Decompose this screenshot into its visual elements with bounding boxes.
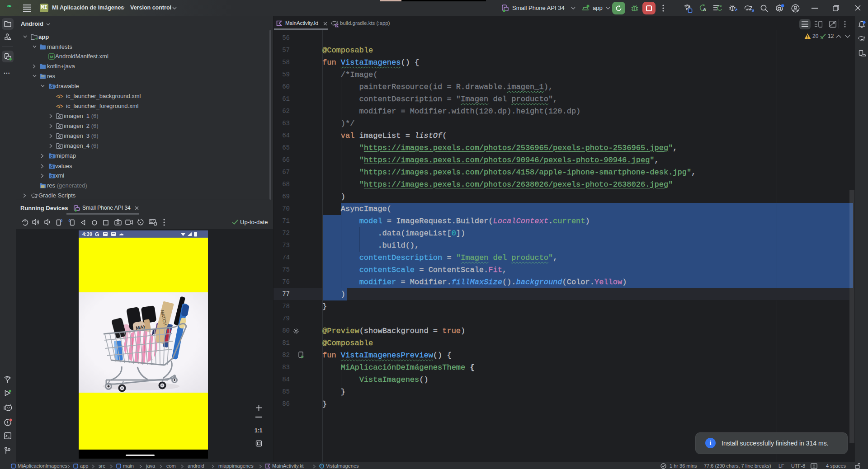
svg-text:4:39: 4:39	[82, 231, 92, 237]
svg-text:M: M	[50, 55, 53, 59]
svg-text:</>: </>	[56, 94, 63, 99]
svg-text:</>: </>	[56, 103, 63, 109]
svg-text:G: G	[95, 231, 99, 238]
svg-text:A: A	[703, 7, 706, 12]
svg-text:f: f	[321, 464, 322, 468]
